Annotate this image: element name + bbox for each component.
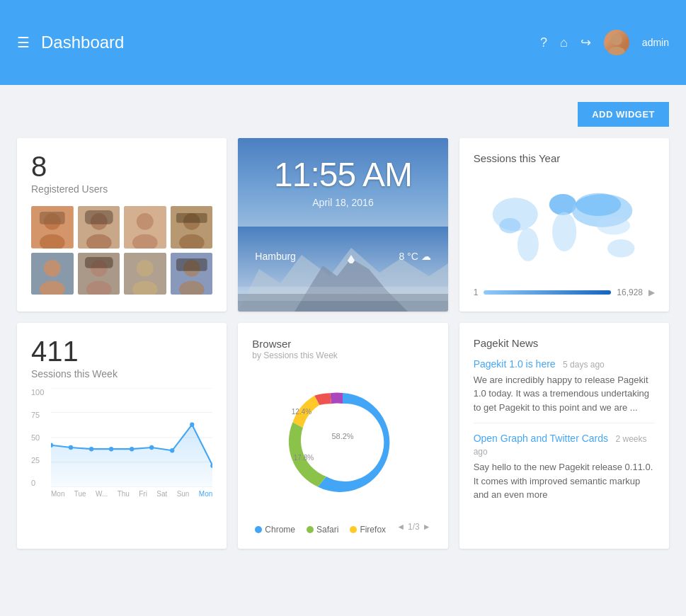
svg-point-1 xyxy=(608,47,625,55)
clock-temp: 8 °C ☁ xyxy=(399,251,430,262)
browser-widget: Browser by Sessions this Week xyxy=(238,323,447,549)
chart-x-labels: Mon Tue W... Thu Fri Sat Sun Mon xyxy=(51,487,212,501)
map-min: 1 xyxy=(474,287,479,297)
svg-rect-30 xyxy=(176,258,207,271)
avatar-grid xyxy=(31,206,212,295)
news-time-1: 5 days ago xyxy=(563,360,605,370)
svg-rect-23 xyxy=(85,257,113,268)
user-avatar-1[interactable] xyxy=(31,206,74,249)
safari-dot xyxy=(307,526,314,533)
svg-point-43 xyxy=(597,217,630,235)
users-label: Registered Users xyxy=(31,183,212,195)
browser-title: Browser xyxy=(252,337,433,351)
svg-point-41 xyxy=(552,212,576,252)
chrome-dot xyxy=(255,526,262,533)
clock-weather: Hamburg 8 °C ☁ xyxy=(252,251,433,262)
clock-content: 11:55 AM April 18, 2016 Hamburg 8 °C ☁ xyxy=(238,138,447,273)
svg-point-59 xyxy=(170,448,174,452)
news-link-1[interactable]: Pagekit 1.0 is here xyxy=(474,358,556,370)
svg-point-58 xyxy=(149,445,154,449)
user-avatar-6[interactable] xyxy=(78,253,120,295)
news-title: Pagekit News xyxy=(474,337,655,349)
svg-point-11 xyxy=(137,213,154,230)
svg-point-60 xyxy=(190,422,194,426)
clock-date: April 18, 2016 xyxy=(252,197,433,208)
admin-label: admin xyxy=(642,37,669,48)
svg-point-54 xyxy=(69,445,73,449)
legend-chrome: Chrome xyxy=(255,525,295,535)
svg-point-38 xyxy=(499,218,520,233)
header: ☰ Dashboard ? ⌂ ↪ admin xyxy=(0,0,686,85)
svg-point-57 xyxy=(130,446,134,450)
user-avatar-4[interactable] xyxy=(171,206,213,249)
news-item-1: Pagekit 1.0 is here 5 days ago We are in… xyxy=(474,358,655,424)
svg-point-18 xyxy=(44,260,61,277)
page-title: Dashboard xyxy=(41,33,540,52)
clock-time: 11:55 AM xyxy=(252,155,433,194)
sessions-week-count: 411 xyxy=(31,337,212,365)
svg-point-44 xyxy=(607,239,634,258)
users-count: 8 xyxy=(31,152,212,181)
news-item-2: Open Graph and Twitter Cards 2 weeks ago… xyxy=(474,432,655,511)
donut-chart: 58.2% 17.8% 12.4% xyxy=(252,372,433,513)
user-avatar-8[interactable] xyxy=(171,253,213,295)
main-content: ADD WIDGET 8 Registered Users xyxy=(0,85,686,566)
widget-grid: 8 Registered Users xyxy=(17,138,669,549)
header-actions: ? ⌂ ↪ admin xyxy=(540,30,669,55)
avatar-image xyxy=(604,30,629,55)
pagination-info[interactable]: ◄ 1/3 ► xyxy=(396,522,430,532)
sessions-week-label: Sessions this Week xyxy=(31,368,212,380)
svg-point-0 xyxy=(611,34,622,45)
user-avatar-3[interactable] xyxy=(124,206,166,249)
sessions-week-widget: 411 Sessions this Week 100 75 50 25 0 xyxy=(17,323,227,549)
home-icon[interactable]: ⌂ xyxy=(560,35,568,50)
add-widget-button[interactable]: ADD WIDGET xyxy=(578,102,669,127)
news-link-2[interactable]: Open Graph and Twitter Cards xyxy=(474,433,608,444)
map-svg xyxy=(474,173,655,279)
firefox-dot xyxy=(350,526,357,533)
user-avatar-5[interactable] xyxy=(31,253,74,295)
help-icon[interactable]: ? xyxy=(540,35,547,50)
donut-legend-row: Chrome Safari Firefox ◄ 1/3 ► xyxy=(252,519,433,535)
svg-point-55 xyxy=(89,446,93,450)
world-map xyxy=(474,173,655,282)
legend-firefox: Firefox xyxy=(350,525,386,535)
pagekit-news-widget: Pagekit News Pagekit 1.0 is here 5 days … xyxy=(459,323,669,549)
chart-inner xyxy=(51,388,212,487)
svg-rect-16 xyxy=(176,213,207,223)
news-text-1: We are incredibly happy to release Pagek… xyxy=(474,373,655,415)
svg-text:58.2%: 58.2% xyxy=(332,432,354,440)
svg-point-62 xyxy=(311,411,375,474)
user-avatar-7[interactable] xyxy=(124,253,166,295)
sessions-year-widget: Sessions this Year xyxy=(459,138,669,312)
news-item-1-header: Pagekit 1.0 is here 5 days ago xyxy=(474,358,655,370)
menu-icon[interactable]: ☰ xyxy=(17,34,30,51)
svg-point-56 xyxy=(109,446,113,450)
map-next-arrow[interactable]: ▶ xyxy=(648,287,655,297)
svg-text:17.8%: 17.8% xyxy=(294,454,314,462)
clock-city: Hamburg xyxy=(255,251,296,262)
pagination-next[interactable]: ► xyxy=(423,522,431,532)
sessions-year-title: Sessions this Year xyxy=(474,152,655,164)
add-widget-row: ADD WIDGET xyxy=(17,102,669,127)
sessions-chart: 100 75 50 25 0 xyxy=(31,388,212,501)
svg-text:12.4%: 12.4% xyxy=(292,408,311,416)
svg-point-39 xyxy=(518,228,539,261)
news-item-2-header: Open Graph and Twitter Cards 2 weeks ago xyxy=(474,432,655,457)
map-max: 16,928 xyxy=(617,287,643,297)
svg-rect-9 xyxy=(85,210,113,224)
chart-y-labels: 100 75 50 25 0 xyxy=(31,388,51,487)
donut-legend: Chrome Safari Firefox xyxy=(255,525,386,535)
legend-safari: Safari xyxy=(307,525,338,535)
map-gradient-bar xyxy=(484,290,611,295)
svg-marker-52 xyxy=(51,424,212,486)
donut-svg: 58.2% 17.8% 12.4% xyxy=(272,372,413,513)
avatar[interactable] xyxy=(604,30,629,55)
logout-icon[interactable]: ↪ xyxy=(581,35,591,50)
svg-rect-36 xyxy=(238,287,447,301)
svg-point-25 xyxy=(137,260,154,277)
svg-rect-5 xyxy=(40,212,65,224)
pagination-prev[interactable]: ◄ xyxy=(396,522,405,532)
user-avatar-2[interactable] xyxy=(78,206,120,249)
registered-users-widget: 8 Registered Users xyxy=(17,138,227,312)
